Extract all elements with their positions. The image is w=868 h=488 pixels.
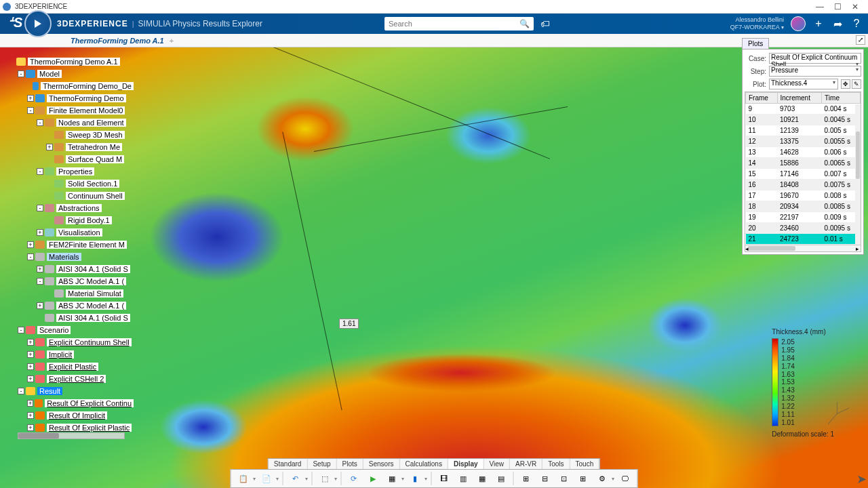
capture-button[interactable]: 🖵 [617, 471, 633, 486]
tree-item[interactable]: Material Simulat [8, 287, 134, 300]
tag-icon[interactable]: 🏷 [540, 18, 550, 29]
col-increment[interactable]: Increment [777, 93, 822, 104]
tree-item[interactable]: -Properties [8, 165, 134, 178]
tree-item[interactable]: +Visualisation [8, 226, 134, 239]
tree-item[interactable]: +Explicit CSHell 2 [8, 373, 134, 385]
frame-row[interactable]: 997030.004 s [746, 104, 861, 115]
tree-expand-toggle[interactable]: + [27, 375, 34, 382]
action-tab-standard[interactable]: Standard [269, 459, 308, 469]
tree-expand-toggle[interactable]: + [27, 424, 34, 431]
tree-item[interactable]: Surface Quad M [8, 153, 134, 165]
frame-row[interactable]: 19221970.009 s [746, 212, 861, 223]
tree-item[interactable]: +FEM2Finite Element M [8, 239, 134, 251]
tree-expand-toggle[interactable]: - [37, 168, 43, 175]
tree-item[interactable]: ThermoForming Demo_De [8, 80, 134, 92]
tree-expand-toggle[interactable]: + [37, 229, 43, 236]
tree-item[interactable]: -Materials [8, 251, 134, 263]
refresh-button[interactable]: ⟳ [346, 471, 362, 486]
frame-row[interactable]: 10109210.0045 s [746, 115, 861, 125]
tree-expand-toggle[interactable]: - [27, 253, 34, 260]
feature-manager-button[interactable]: ⬚ [317, 471, 333, 486]
case-select[interactable]: Result Of Explicit Continuum Shell [769, 53, 861, 64]
tree-item[interactable]: -Finite Element Model0 [8, 104, 134, 117]
tree-item[interactable]: ThermoForming Demo A.1 [8, 56, 134, 68]
tree-item[interactable]: -Model [8, 68, 134, 80]
tree-item[interactable]: -Scenario [8, 324, 134, 336]
add-tab-button[interactable]: + [170, 37, 174, 45]
frames-vscroll[interactable] [855, 104, 861, 245]
tree-expand-toggle[interactable]: + [27, 95, 34, 102]
plot-fit-button[interactable]: ✥ [841, 79, 850, 89]
split2-button[interactable]: ⊟ [537, 471, 553, 486]
col-frame[interactable]: Frame [746, 93, 778, 104]
grid3-button[interactable]: ▤ [493, 471, 509, 486]
tree-item[interactable]: -Nodes and Element [8, 117, 134, 129]
paste-button[interactable]: 📄 [258, 471, 275, 486]
tree-item[interactable]: +Explicit Continuum Shell [8, 336, 134, 348]
plot-select[interactable]: Thickness.4 [769, 79, 838, 89]
step-select[interactable]: Pressure [769, 66, 861, 77]
tree-item[interactable]: +Explicit Plastic [8, 361, 134, 373]
tree-item[interactable]: +AISI 304 A.1 (Solid S [8, 263, 134, 275]
action-tab-tools[interactable]: Tools [542, 459, 570, 469]
col-time[interactable]: Time [822, 93, 861, 104]
tree-expand-toggle[interactable]: - [37, 119, 43, 126]
contour-plot-button[interactable]: ▦ [384, 471, 400, 486]
legend-button[interactable]: ▮ [407, 471, 423, 486]
maximize-button[interactable]: ☐ [833, 2, 842, 12]
tree-scrollbar[interactable] [18, 432, 125, 439]
action-tab-sensors[interactable]: Sensors [363, 459, 400, 469]
tree-expand-toggle[interactable]: + [27, 339, 34, 346]
share-button[interactable]: ➦ [831, 18, 844, 30]
tree-item[interactable]: +Result Of Implicit [8, 409, 134, 422]
tree-expand-toggle[interactable]: - [18, 388, 24, 394]
tree-expand-toggle[interactable]: + [27, 241, 34, 248]
render-settings-button[interactable]: ⚙ [594, 471, 610, 486]
frame-row[interactable]: 15171460.007 s [746, 169, 861, 180]
frame-row[interactable]: 21247230.01 s [746, 234, 861, 245]
tree-expand-toggle[interactable]: - [18, 70, 24, 77]
grid2-button[interactable]: ▦ [474, 471, 490, 486]
plots-tab[interactable]: Plots [742, 38, 769, 49]
tree-expand-toggle[interactable]: + [37, 266, 43, 272]
tree-item[interactable]: Solid Section.1 [8, 178, 134, 190]
split3-button[interactable]: ⊡ [556, 471, 572, 486]
grid1-button[interactable]: ▥ [455, 471, 471, 486]
frame-row[interactable]: 14158860.0065 s [746, 158, 861, 169]
specification-tree[interactable]: ThermoForming Demo A.1-ModelThermoFormin… [8, 56, 134, 434]
search-box[interactable]: 🔍 [384, 17, 534, 30]
action-tab-calculations[interactable]: Calculations [399, 459, 448, 469]
tree-expand-toggle[interactable]: - [37, 278, 43, 285]
frame-row[interactable]: 17196700.008 s [746, 190, 861, 201]
tree-expand-toggle[interactable]: + [27, 400, 33, 407]
frame-row[interactable]: 13146280.006 s [746, 147, 861, 158]
document-tab[interactable]: ThermoForming Demo A.1 [65, 37, 170, 45]
tree-item[interactable]: Continuum Shell [8, 190, 134, 202]
action-tab-plots[interactable]: Plots [337, 459, 363, 469]
frame-row[interactable]: 20234600.0095 s [746, 223, 861, 234]
tree-item[interactable]: +ABS JC Model A.1 ( [8, 300, 134, 312]
animate-button[interactable]: 🎞 [436, 471, 452, 486]
action-tab-ar-vr[interactable]: AR-VR [510, 459, 542, 469]
add-button[interactable]: + [812, 18, 825, 30]
search-icon[interactable]: 🔍 [519, 19, 530, 28]
tree-item[interactable]: +Tetrahedron Me [8, 141, 134, 153]
close-button[interactable]: ✕ [850, 2, 860, 12]
tree-expand-toggle[interactable]: - [37, 205, 43, 211]
action-tab-display[interactable]: Display [448, 459, 484, 469]
user-block[interactable]: Alessandro Bellini QF7-WORKAREA [730, 16, 784, 31]
frame-row[interactable]: 12133750.0055 s [746, 136, 861, 147]
split4-button[interactable]: ⊞ [575, 471, 591, 486]
frame-row[interactable]: 18209340.0085 s [746, 201, 861, 212]
plot-edit-button[interactable]: ✎ [852, 79, 861, 89]
tree-expand-toggle[interactable]: - [27, 107, 34, 114]
tree-expand-toggle[interactable]: + [27, 351, 34, 358]
frames-table[interactable]: Frame Increment Time 997030.004 s1010921… [745, 92, 861, 252]
tree-item[interactable]: +Implicit [8, 348, 134, 361]
tree-item[interactable]: +Result Of Explicit Continu [8, 397, 134, 409]
frames-hscroll[interactable]: ◂▸ [745, 245, 861, 251]
play-button[interactable]: ▶ [365, 471, 381, 486]
tree-item[interactable]: -Abstractions [8, 202, 134, 214]
action-tab-view[interactable]: View [484, 459, 511, 469]
frame-row[interactable]: 11121390.005 s [746, 125, 861, 136]
